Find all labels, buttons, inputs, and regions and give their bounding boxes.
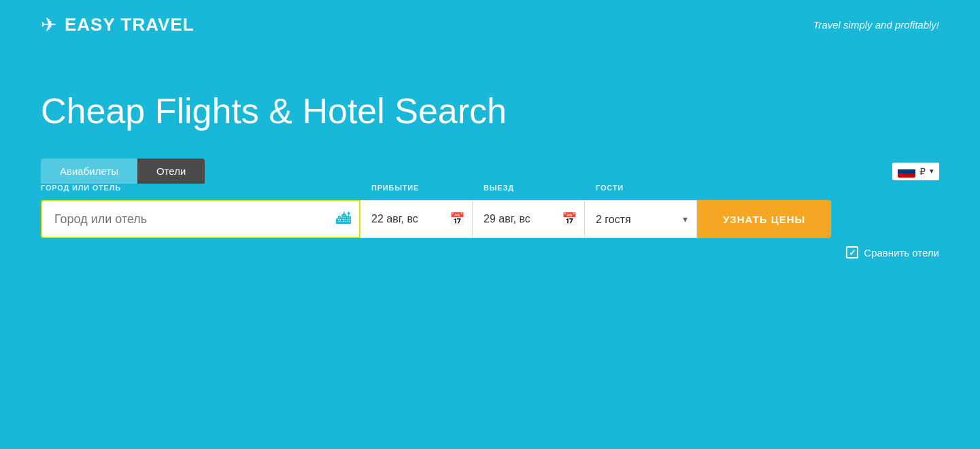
currency-symbol: ₽ [919,166,926,177]
guests-select[interactable]: 2 гостя 1 гость 3 гостя 4 гостя [585,200,697,238]
main-content: Cheap Flights & Hotel Search Авиабилеты … [0,50,980,279]
search-button[interactable]: УЗНАТЬ ЦЕНЫ [697,200,831,238]
inputs-row: 🏙 📅 📅 2 гостя 1 гость 3 гостя 4 гостя [41,200,939,238]
russian-flag [898,165,915,178]
city-input[interactable] [41,200,360,238]
guests-label: ГОСТИ [585,184,697,192]
departure-date-input[interactable] [473,200,585,238]
language-selector[interactable]: ₽ ▾ [892,163,939,180]
tab-hotels[interactable]: Отели [137,159,205,184]
city-field-wrapper: 🏙 [41,200,360,238]
chevron-down-icon: ▾ [930,167,934,176]
checkmark-icon: ✓ [849,248,856,258]
arrival-label: ПРИБЫТИЕ [360,184,473,192]
arrival-date-input[interactable] [360,200,473,238]
compare-hotels-row: ✓ Сравнить отели [41,246,939,259]
logo: ✈ EASY TRAVEL [41,14,195,36]
labels-row: ГОРОД ИЛИ ОТЕЛЬ ПРИБЫТИЕ ВЫЕЗД ГОСТИ [41,184,939,196]
hero-title: Cheap Flights & Hotel Search [41,90,939,131]
flag-stripe-red [898,173,915,178]
city-building-icon: 🏙 [336,210,351,228]
header: ✈ EASY TRAVEL Travel simply and profitab… [0,0,980,50]
logo-text: EASY TRAVEL [65,14,195,35]
arrival-date-field: 📅 [360,200,473,238]
tab-group: Авиабилеты Отели [41,159,205,184]
guests-field: 2 гостя 1 гость 3 гостя 4 гостя ▾ [585,200,697,238]
compare-hotels-checkbox[interactable]: ✓ [846,246,858,259]
city-label: ГОРОД ИЛИ ОТЕЛЬ [41,184,360,192]
tab-flights[interactable]: Авиабилеты [41,159,137,184]
airplane-icon: ✈ [41,14,56,36]
tagline: Travel simply and profitably! [813,19,939,31]
departure-label: ВЫЕЗД [473,184,585,192]
tabs-row: Авиабилеты Отели ₽ ▾ [41,159,939,184]
departure-date-field: 📅 [473,200,585,238]
compare-hotels-label: Сравнить отели [864,247,939,259]
search-form: ГОРОД ИЛИ ОТЕЛЬ ПРИБЫТИЕ ВЫЕЗД ГОСТИ 🏙 📅… [41,184,939,259]
